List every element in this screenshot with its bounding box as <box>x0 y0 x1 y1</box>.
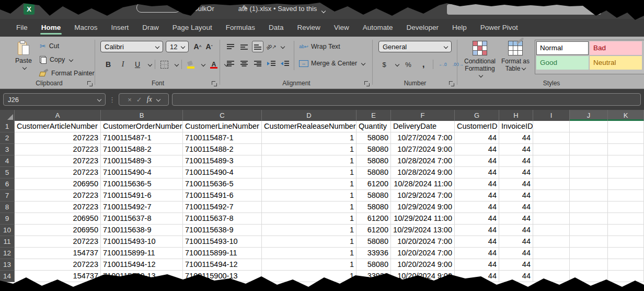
fx-chevron-icon[interactable] <box>156 97 160 102</box>
cell-F13[interactable]: 10/20/2024 9:00 <box>391 259 455 271</box>
cell-J6[interactable] <box>570 178 608 190</box>
cell-A14[interactable]: 154737 <box>15 271 101 282</box>
font-dialog-launcher-icon[interactable] <box>212 81 217 86</box>
increase-decimal-button[interactable]: ←.0 <box>437 59 448 70</box>
cell-J3[interactable] <box>570 144 608 155</box>
cell-C1[interactable]: CustomerLineNumber <box>183 121 262 132</box>
percent-format-button[interactable]: % <box>402 59 414 70</box>
menu-tab-review[interactable]: Review <box>290 19 327 37</box>
cell-I8[interactable] <box>533 202 570 213</box>
cell-K5[interactable] <box>608 167 644 178</box>
column-header-i[interactable]: I <box>533 110 570 121</box>
menu-tab-automate[interactable]: Automate <box>356 19 400 37</box>
number-dialog-launcher-icon[interactable] <box>449 81 454 86</box>
cell-B1[interactable]: CustomerOrderNumber <box>101 121 183 132</box>
cell-K12[interactable] <box>608 248 644 259</box>
cell-A11[interactable]: 207223 <box>15 236 101 248</box>
align-right-button[interactable] <box>252 58 263 69</box>
borders-chevron-icon[interactable] <box>175 62 179 66</box>
cell-G5[interactable]: 44 <box>455 167 499 178</box>
cell-I11[interactable] <box>533 236 570 248</box>
cell-G1[interactable]: CustomerID <box>455 121 499 132</box>
row-header-3[interactable]: 3 <box>0 144 15 155</box>
cell-I2[interactable] <box>533 132 570 144</box>
cell-F4[interactable]: 10/28/2024 7:00 <box>391 155 455 167</box>
cell-C7[interactable]: 7100115491-6 <box>183 190 262 202</box>
menu-tab-developer[interactable]: Developer <box>400 19 446 37</box>
cell-F5[interactable]: 10/28/2024 9:00 <box>391 167 455 178</box>
cell-G13[interactable]: 44 <box>455 259 499 271</box>
merge-center-chevron-icon[interactable] <box>361 61 365 65</box>
cell-B2[interactable]: 7100115487-1 <box>101 132 183 144</box>
cell-D3[interactable]: 1 <box>262 144 356 155</box>
column-header-c[interactable]: C <box>183 110 262 121</box>
row-header-1[interactable]: 1 <box>0 121 15 132</box>
align-left-button[interactable] <box>225 58 236 69</box>
number-format-combo[interactable]: General <box>378 41 452 52</box>
cell-J1[interactable] <box>570 121 608 132</box>
cell-I6[interactable] <box>533 178 570 190</box>
comma-format-button[interactable]: , <box>418 59 429 70</box>
column-header-a[interactable]: A <box>15 110 101 121</box>
cell-I1[interactable] <box>533 121 570 132</box>
cell-J9[interactable] <box>570 213 608 225</box>
cell-J5[interactable] <box>570 167 608 178</box>
cell-G9[interactable]: 44 <box>455 213 499 225</box>
cell-D7[interactable]: 1 <box>262 190 356 202</box>
column-header-e[interactable]: E <box>356 110 391 121</box>
currency-chevron-icon[interactable] <box>395 62 399 66</box>
cell-J11[interactable] <box>570 236 608 248</box>
menu-tab-view[interactable]: View <box>327 19 356 37</box>
cell-A7[interactable]: 207223 <box>15 190 101 202</box>
cell-D2[interactable]: 1 <box>262 132 356 144</box>
cell-B4[interactable]: 7100115489-3 <box>101 155 183 167</box>
underline-chevron-icon[interactable] <box>148 62 152 66</box>
cell-F7[interactable]: 10/29/2024 7:00 <box>391 190 455 202</box>
cell-I12[interactable] <box>533 248 570 259</box>
menu-tab-help[interactable]: Help <box>445 19 474 37</box>
cell-J13[interactable] <box>570 259 608 271</box>
cell-A4[interactable]: 207223 <box>15 155 101 167</box>
font-color-button[interactable]: A <box>208 59 220 70</box>
cell-A5[interactable]: 207223 <box>15 167 101 178</box>
cell-I14[interactable] <box>533 271 570 282</box>
cell-I7[interactable] <box>533 190 570 202</box>
cell-E13[interactable]: 58080 <box>356 259 391 271</box>
cell-H8[interactable]: 44 <box>499 202 533 213</box>
formula-bar-grip-icon[interactable]: ⋮ <box>109 96 116 104</box>
cell-I13[interactable] <box>533 259 570 271</box>
cell-D14[interactable]: 1 <box>262 271 356 282</box>
cell-G4[interactable]: 44 <box>455 155 499 167</box>
orientation-button[interactable]: ab↗ <box>266 41 277 52</box>
cell-C10[interactable]: 7100115638-9 <box>183 225 262 236</box>
cell-J2[interactable] <box>570 132 608 144</box>
cut-button[interactable]: ✂ Cut <box>40 41 59 51</box>
cell-E10[interactable]: 61200 <box>356 225 391 236</box>
cell-H9[interactable]: 44 <box>499 213 533 225</box>
cell-E5[interactable]: 58080 <box>356 167 391 178</box>
column-header-b[interactable]: B <box>101 110 183 121</box>
menu-tab-formulas[interactable]: Formulas <box>219 19 262 37</box>
cell-I4[interactable] <box>533 155 570 167</box>
cell-H2[interactable]: 44 <box>499 132 533 144</box>
cell-J4[interactable] <box>570 155 608 167</box>
cell-A9[interactable]: 206950 <box>15 213 101 225</box>
formula-input[interactable] <box>172 93 641 106</box>
cell-H6[interactable]: 44 <box>499 178 533 190</box>
menu-tab-data[interactable]: Data <box>262 19 291 37</box>
cell-B10[interactable]: 7100115638-9 <box>101 225 183 236</box>
column-header-h[interactable]: H <box>499 110 533 121</box>
row-header-12[interactable]: 12 <box>0 248 15 259</box>
insert-function-button[interactable]: fx <box>147 95 152 104</box>
cell-C13[interactable]: 7100115494-12 <box>183 259 262 271</box>
cell-A2[interactable]: 207223 <box>15 132 101 144</box>
cell-F12[interactable]: 10/20/2024 7:00 <box>391 248 455 259</box>
conditional-formatting-button[interactable]: Conditional Formatting <box>463 41 497 80</box>
cell-D6[interactable]: 1 <box>262 178 356 190</box>
cell-E1[interactable]: Quantity <box>356 121 391 132</box>
cell-D1[interactable]: CustomerRealeaseNumber <box>262 121 356 132</box>
cell-J8[interactable] <box>570 202 608 213</box>
cell-E12[interactable]: 33936 <box>356 248 391 259</box>
cell-G14[interactable]: 44 <box>455 271 499 282</box>
cell-G6[interactable]: 44 <box>455 178 499 190</box>
